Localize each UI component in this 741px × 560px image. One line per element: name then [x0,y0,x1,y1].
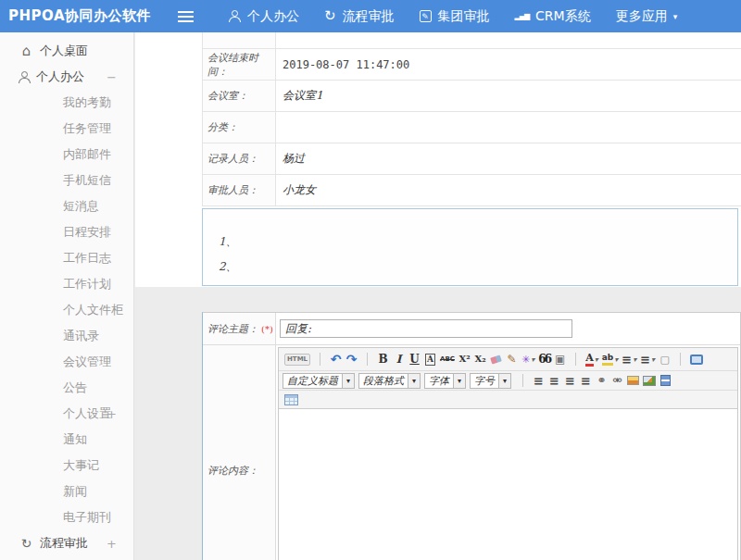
sidebar-item-label: 短消息 [63,198,99,215]
strikethrough-button[interactable]: ABC [440,351,455,367]
content-line: 2、 [219,255,737,280]
nav-personal-office[interactable]: 个人办公 [229,8,299,25]
comment-subject-cell [276,313,740,344]
sidebar-item-memorabilia[interactable]: 大事记 [0,453,133,479]
sidebar-item-work-plan[interactable]: 工作计划 [0,271,133,297]
sidebar-item-label: 大事记 [63,457,99,474]
comment-editor-cell: HTML ↶ ↷ [276,345,740,560]
ordered-list-button[interactable]: ≡ ▾ [622,351,636,367]
expand-collapse-icon[interactable]: + [107,537,117,551]
subscript-button[interactable]: X₂ [474,351,486,367]
row-label: 会议结束时间： [203,49,276,80]
sidebar-item-work-log[interactable]: 工作日志 [0,245,133,271]
sidebar-item-e-journal[interactable]: 电子期刊 [0,504,133,530]
italic-button[interactable]: I [393,351,405,367]
comment-subject-input[interactable] [280,319,572,338]
insert-link-button[interactable]: ⚭ [596,372,608,389]
sidebar-item-workflow-approval[interactable]: ↻ 流程审批 + [0,530,133,556]
rich-text-editor: HTML ↶ ↷ [278,347,738,560]
nav-icon: ✎ [420,10,432,22]
eraser-button[interactable] [490,351,502,367]
nav-more-apps[interactable]: 更多应用 ▾ [616,8,678,25]
row-value [276,112,741,143]
app-title: PHPOA协同办公软件 [0,7,178,25]
sidebar-item-notice[interactable]: 通知 [0,427,133,453]
expand-collapse-icon[interactable]: + [107,407,117,421]
sidebar-item-announcement[interactable]: 公告 [0,375,133,401]
nav-item-label: 流程审批 [343,8,395,25]
sidebar-item-personal-desktop[interactable]: ⌂ 个人桌面 [0,38,133,64]
toolbar-separator [517,372,529,389]
font-family-select[interactable]: 字体 ▾ [424,373,466,389]
remove-link-button[interactable]: ⚮ [611,372,623,389]
sidebar-item-internal-mail[interactable]: 内部邮件 [0,142,133,168]
redo-button[interactable]: ↷ [345,351,358,367]
sidebar-item-my-attendance[interactable]: 我的考勤 [0,90,133,116]
caret-down-icon: ▾ [651,355,655,364]
html-source-button[interactable]: HTML [284,351,310,367]
comment-subject-row: 评论主题： (*) [203,313,740,345]
nav-crm-system[interactable]: ▂▄▆ CRM系统 [515,8,591,25]
sidebar-item-icon: ↻ [19,536,34,551]
sidebar-item-news[interactable]: 新闻 [0,479,133,504]
sidebar-item-schedule[interactable]: 日程安排 [0,219,133,245]
sidebar-item-meeting-management[interactable]: 会议管理 [0,349,133,375]
sidebar-item-label: 我的考勤 [63,94,111,111]
table-icon [284,394,298,405]
superscript-button[interactable]: X² [458,351,471,367]
sidebar-item-label: 会议管理 [63,354,111,370]
paste-button[interactable]: ▣ [554,351,566,367]
required-mark: (*) [261,324,273,334]
unordered-list-button[interactable]: ≡ ▾ [640,351,655,367]
row-label: 审批人员： [203,175,276,205]
align-left-button[interactable]: ≡ [533,372,545,389]
screenshot-button[interactable] [643,372,656,389]
sidebar-item-personal-settings[interactable]: 个人设置 + [0,401,133,427]
nav-workflow-approval[interactable]: ↻ 流程审批 [324,8,395,25]
insert-image-button[interactable] [627,372,639,389]
new-document-button[interactable]: ▢ [659,351,671,367]
blockquote-button[interactable]: 66 [538,351,550,367]
sidebar-item-mobile-sms[interactable]: 手机短信 [0,168,133,193]
format-brush-button[interactable]: ✎ [506,351,518,367]
comment-subject-label: 评论主题： (*) [203,313,276,344]
table-row: 记录人员： 杨过 [203,143,741,175]
font-size-select[interactable]: 字号 ▾ [470,373,511,389]
hamburger-menu-icon[interactable] [178,11,194,22]
toolbar-separator [570,351,582,367]
row-value: 杨过 [276,143,741,174]
sidebar-item-personal-office[interactable]: 个人办公 − [0,64,133,90]
sidebar-item-label: 个人桌面 [40,43,88,59]
align-right-button[interactable]: ≡ [564,372,576,389]
sidebar-item-personal-file-cabinet[interactable]: 个人文件柜 [0,297,133,323]
paragraph-format-select[interactable]: 段落格式 ▾ [358,373,421,389]
caret-down-icon: ▾ [408,374,420,388]
align-justify-button[interactable]: ≡ [580,372,592,389]
align-center-button[interactable]: ≡ [548,372,560,389]
sidebar-item-label: 电子期刊 [63,509,111,526]
highlight-button[interactable]: ab ▾ [602,351,619,367]
custom-heading-select[interactable]: 自定义标题 ▾ [283,373,355,389]
insert-table-button[interactable] [284,392,298,408]
sidebar-item-label: 任务管理 [63,120,111,137]
bold-button[interactable]: B [377,351,389,367]
sidebar-item-contacts[interactable]: 通讯录 [0,323,133,349]
sidebar-item-task-management[interactable]: 任务管理 [0,116,133,142]
expand-collapse-icon[interactable]: − [107,70,117,84]
nav-icon: ↻ [324,10,336,22]
sidebar-item-label: 手机短信 [63,172,111,189]
preview-button[interactable] [690,351,703,367]
editor-toolbar-row2: 自定义标题 ▾ 段落格式 ▾ 字体 ▾ 字号 ▾ [279,371,737,391]
insert-media-button[interactable] [659,372,672,389]
sidebar-item-label: 工作日志 [63,250,111,267]
magic-wand-button[interactable]: ✳ ▾ [521,351,534,367]
editor-content-area[interactable] [279,408,737,560]
nav-group-approval[interactable]: ✎ 集团审批 [420,8,490,25]
table-row: 会议结束时间： 2019-08-07 11:47:00 [203,49,741,81]
underline-button[interactable]: U [408,351,421,367]
font-color-button[interactable]: A ▾ [585,351,598,367]
row-label: 分类： [203,112,276,143]
undo-button[interactable]: ↶ [330,351,342,367]
sidebar-item-short-message[interactable]: 短消息 [0,193,133,219]
font-box-button[interactable]: A [424,351,436,367]
